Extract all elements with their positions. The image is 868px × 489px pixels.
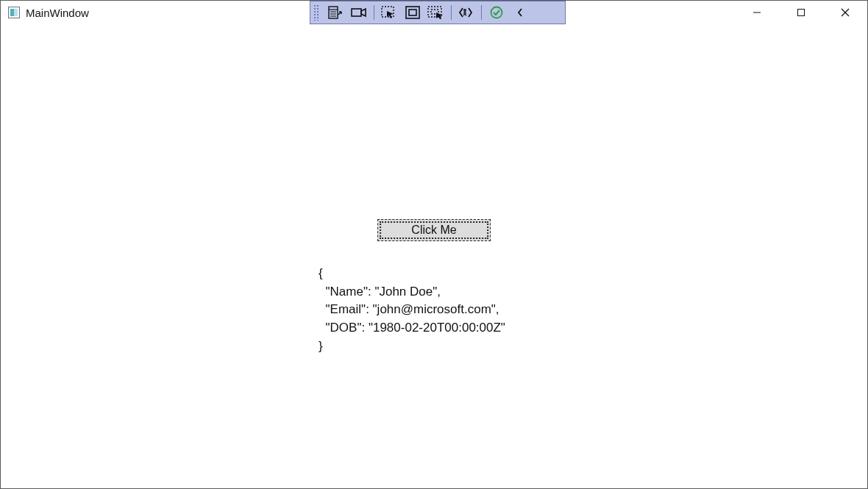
toolbar-grip-icon[interactable] [313, 4, 319, 21]
app-icon [8, 7, 20, 18]
binding-trace-button[interactable] [455, 3, 478, 22]
hot-reload-check-button[interactable] [485, 3, 508, 22]
svg-point-16 [491, 7, 502, 18]
svg-rect-12 [409, 10, 416, 15]
click-me-button[interactable]: Click Me [377, 219, 491, 241]
svg-point-15 [464, 10, 466, 12]
window-title: MainWindow [26, 7, 89, 19]
toolbar-separator [374, 5, 374, 20]
toolbar-separator [451, 5, 452, 20]
main-window: MainWindow [0, 0, 868, 489]
svg-rect-11 [406, 7, 419, 18]
close-button[interactable] [823, 1, 867, 24]
client-area: Click Me { "Name": "John Doe", "Email": … [1, 25, 867, 488]
toolbar-separator [481, 5, 482, 20]
svg-rect-1 [798, 10, 805, 16]
display-layout-button[interactable] [401, 3, 424, 22]
maximize-button[interactable] [779, 1, 823, 24]
track-focus-button[interactable] [424, 3, 448, 22]
window-controls [735, 1, 867, 24]
svg-rect-9 [352, 9, 361, 16]
content-stack: Click Me { "Name": "John Doe", "Email": … [363, 219, 505, 355]
layout-properties-button[interactable] [324, 3, 347, 22]
select-element-button[interactable] [377, 3, 401, 22]
camera-button[interactable] [347, 3, 371, 22]
collapse-toolbar-button[interactable] [508, 3, 532, 22]
svg-rect-4 [329, 7, 338, 18]
vs-debug-toolbar[interactable] [310, 1, 566, 24]
output-text: { "Name": "John Doe", "Email": "john@mic… [319, 265, 505, 355]
minimize-button[interactable] [735, 1, 779, 24]
